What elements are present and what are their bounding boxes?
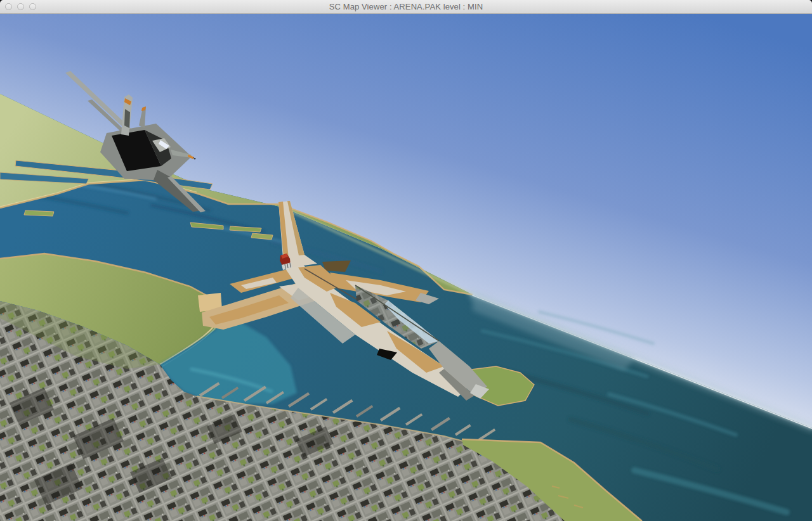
app-window: SC Map Viewer : ARENA.PAK level : MIN <box>0 0 812 521</box>
titlebar[interactable]: SC Map Viewer : ARENA.PAK level : MIN <box>0 0 812 14</box>
window-controls <box>5 0 36 13</box>
close-button[interactable] <box>5 3 12 10</box>
zoom-button[interactable] <box>29 3 36 10</box>
map-viewport[interactable] <box>0 14 812 521</box>
island <box>24 210 54 216</box>
scene-3d <box>0 14 812 521</box>
fin-shade <box>124 109 130 128</box>
window-title: SC Map Viewer : ARENA.PAK level : MIN <box>0 0 812 13</box>
minimize-button[interactable] <box>17 3 24 10</box>
